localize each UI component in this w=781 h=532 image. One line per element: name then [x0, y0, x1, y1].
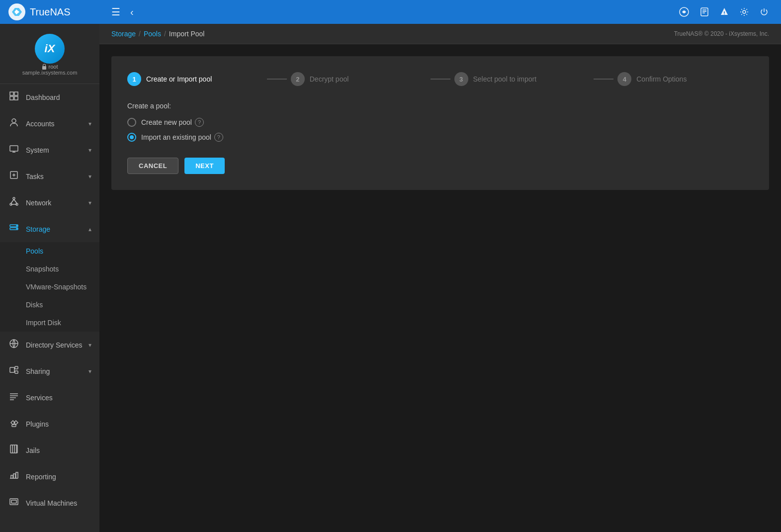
sidebar-item-accounts[interactable]: Accounts ▾: [0, 110, 99, 137]
svg-point-30: [16, 228, 17, 229]
storage-submenu: Pools Snapshots VMware-Snapshots Disks I…: [0, 242, 99, 332]
breadcrumb-storage[interactable]: Storage: [111, 30, 136, 38]
svg-point-29: [16, 225, 17, 226]
sidebar-subitem-snapshots[interactable]: Snapshots: [0, 260, 99, 278]
svg-rect-13: [14, 96, 18, 100]
sidebar-item-plugins[interactable]: Plugins: [0, 411, 99, 437]
main-layout: iX root sample.ixsystems.com Dashboard A…: [0, 24, 781, 532]
sidebar-subitem-import-disk[interactable]: Import Disk: [0, 314, 99, 332]
power-icon[interactable]: [755, 3, 773, 21]
sidebar-item-virtual-machines[interactable]: Virtual Machines: [0, 490, 99, 516]
sidebar-item-jails[interactable]: Jails: [0, 437, 99, 463]
sharing-chevron: ▾: [88, 368, 91, 375]
sidebar-subitem-disks[interactable]: Disks: [0, 296, 99, 314]
system-chevron: ▾: [88, 147, 91, 154]
sidebar-label-storage: Storage: [26, 225, 83, 233]
import-existing-help-icon[interactable]: ?: [214, 133, 223, 142]
accounts-icon: [8, 117, 20, 130]
truenas-connect-icon[interactable]: [675, 2, 694, 21]
sidebar-label-network: Network: [26, 199, 83, 207]
sidebar-subitem-pools[interactable]: Pools: [0, 242, 99, 260]
sidebar-label-services: Services: [26, 394, 91, 402]
sidebar-label-plugins: Plugins: [26, 420, 91, 428]
step-connector-3: [594, 79, 613, 80]
tasks-chevron: ▾: [88, 173, 91, 180]
sidebar-item-network[interactable]: Network ▾: [0, 189, 99, 216]
alert-icon[interactable]: [715, 3, 733, 21]
svg-rect-35: [15, 371, 18, 373]
user-host: sample.ixsystems.com: [22, 70, 78, 76]
topbar-right-actions: [675, 2, 773, 21]
step-connector-2: [431, 79, 450, 80]
step-1-circle: 1: [127, 72, 141, 86]
svg-rect-42: [12, 425, 16, 427]
services-icon: [8, 391, 20, 404]
sidebar-item-reporting[interactable]: Reporting: [0, 463, 99, 490]
app-name: TrueNAS: [30, 6, 71, 18]
user-name: root: [49, 64, 58, 70]
changelog-icon[interactable]: [695, 3, 713, 21]
breadcrumb-sep-2: /: [164, 30, 166, 38]
cancel-button[interactable]: CANCEL: [127, 158, 178, 174]
radio-import-existing-outer: [127, 133, 136, 142]
stepper: 1 Create or Import pool 2 Decrypt pool: [127, 72, 753, 86]
step-2-label: Decrypt pool: [310, 75, 349, 83]
sidebar-item-storage[interactable]: Storage ▴: [0, 216, 99, 242]
step-1-label: Create or Import pool: [146, 75, 212, 83]
svg-line-24: [11, 199, 14, 203]
sharing-icon: [8, 365, 20, 377]
sidebar-item-dashboard[interactable]: Dashboard: [0, 84, 99, 110]
sidebar-subitem-vmware-snapshots[interactable]: VMware-Snapshots: [0, 278, 99, 296]
next-button[interactable]: NEXT: [184, 158, 225, 174]
sidebar-item-tasks[interactable]: Tasks ▾: [0, 163, 99, 189]
svg-rect-6: [724, 11, 725, 13]
sidebar-label-accounts: Accounts: [26, 120, 83, 128]
user-info: root sample.ixsystems.com: [22, 64, 78, 76]
svg-rect-12: [10, 96, 13, 100]
create-new-help-icon[interactable]: ?: [195, 118, 204, 127]
svg-rect-9: [42, 66, 46, 70]
wizard-card: 1 Create or Import pool 2 Decrypt pool: [111, 56, 769, 190]
svg-line-25: [14, 199, 17, 203]
reporting-icon: [8, 470, 20, 483]
directory-services-icon: [8, 339, 20, 351]
svg-line-37: [14, 371, 15, 372]
sidebar-label-directory-services: Directory Services: [26, 341, 83, 349]
storage-chevron: ▴: [88, 226, 91, 233]
plugins-icon: [8, 418, 20, 430]
sidebar-label-tasks: Tasks: [26, 173, 83, 180]
directory-services-chevron: ▾: [88, 342, 91, 349]
svg-rect-2: [701, 8, 708, 16]
settings-icon[interactable]: [735, 3, 753, 21]
radio-create-new[interactable]: Create new pool ?: [127, 118, 753, 127]
tasks-icon: [8, 170, 20, 182]
jails-icon: [8, 444, 20, 456]
step-3: 3 Select pool to import: [454, 72, 590, 86]
radio-create-new-label: Create new pool ?: [141, 118, 204, 127]
network-chevron: ▾: [88, 199, 91, 206]
menu-toggle-button[interactable]: ☰: [107, 2, 124, 22]
sidebar-item-system[interactable]: System ▾: [0, 137, 99, 163]
step-1: 1 Create or Import pool: [127, 72, 263, 86]
sidebar-label-sharing: Sharing: [26, 367, 83, 375]
svg-rect-49: [11, 500, 16, 503]
sidebar-item-sharing[interactable]: Sharing ▾: [0, 358, 99, 384]
svg-point-8: [743, 10, 746, 13]
back-button[interactable]: ‹: [126, 2, 138, 22]
breadcrumb-sep-1: /: [139, 30, 141, 38]
truenas-logo-icon: [8, 3, 26, 21]
content-area: Storage / Pools / Import Pool TrueNAS® ©…: [99, 24, 781, 532]
step-3-label: Select pool to import: [473, 75, 537, 83]
app-logo: TrueNAS: [8, 3, 107, 21]
svg-point-7: [724, 14, 725, 15]
sidebar-item-directory-services[interactable]: Directory Services ▾: [0, 332, 99, 358]
topbar: TrueNAS ☰ ‹: [0, 0, 781, 24]
sidebar-item-services[interactable]: Services: [0, 384, 99, 411]
radio-import-existing[interactable]: Import an existing pool ?: [127, 133, 753, 142]
dashboard-icon: [8, 91, 20, 103]
radio-create-new-outer: [127, 118, 136, 127]
breadcrumb-pools[interactable]: Pools: [144, 30, 161, 38]
step-3-circle: 3: [454, 72, 468, 86]
breadcrumb-current: Import Pool: [169, 30, 205, 38]
button-row: CANCEL NEXT: [127, 158, 753, 174]
